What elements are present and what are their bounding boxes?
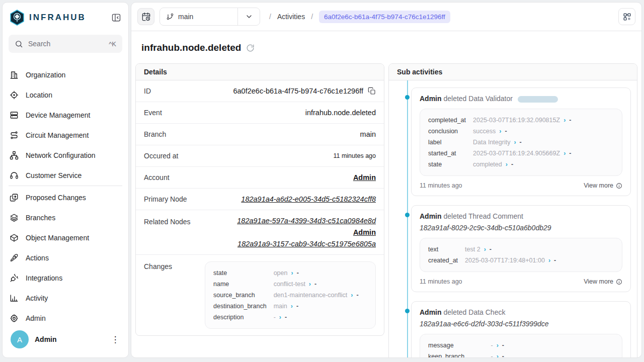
attributes-box: message-›- keep_branch-›- enriched_confl…: [420, 334, 622, 358]
diff-arrow-icon: ›: [506, 161, 508, 168]
server-icon: [10, 111, 19, 120]
diff-arrow-icon: ›: [564, 117, 566, 124]
sidebar-item-label: Actions: [26, 254, 49, 262]
breadcrumb-activities[interactable]: Activities: [277, 13, 305, 21]
skeleton-pill: [518, 96, 558, 103]
search-input[interactable]: Search ^K: [9, 35, 122, 53]
sidebar-item-admin[interactable]: Admin: [3, 308, 128, 328]
activity-id-value: 6a0f2e6c-b61a-4f75-b974-c76c1e1296ff: [233, 87, 363, 95]
sub-activity-card: Admin deleted Thread Comment 182a91af-80…: [411, 205, 631, 292]
diff-arrow-icon: ›: [564, 150, 566, 157]
timeline-line: [407, 80, 408, 358]
sub-activity-card: Admin deleted Data Check 182a91aa-e6c6-d…: [411, 301, 631, 358]
timestamp: 11 minutes ago: [420, 182, 462, 189]
detail-row-id: ID 6a0f2e6c-b61a-4f75-b974-c76c1e1296ff: [136, 80, 384, 102]
sidebar: INFRAHUB Search ^K Organization Location: [2, 2, 129, 358]
sidebar-item-label: Admin: [26, 314, 46, 322]
breadcrumb-separator: /: [311, 13, 313, 21]
sub-activity-item: Admin deleted Data Check 182a91aa-e6c6-d…: [411, 301, 631, 358]
page-header: infrahub.node.deleted: [131, 31, 641, 63]
user-name: Admin: [35, 335, 104, 343]
refresh-icon[interactable]: [246, 44, 255, 52]
node-id: 182a91aa-e6c6-d2fd-303d-c511f3999dce: [420, 320, 622, 328]
kebab-menu-icon[interactable]: ⋮: [110, 334, 120, 345]
main-area: main / Activities / 6a0f2e6c-b61a-4f75-b…: [131, 2, 642, 358]
sidebar-item-object-management[interactable]: Object Management: [3, 228, 128, 248]
sidebar-item-branches[interactable]: Branches: [3, 208, 128, 228]
sidebar-item-label: Branches: [26, 214, 55, 222]
breadcrumb: / Activities / 6a0f2e6c-b61a-4f75-b974-c…: [269, 11, 450, 23]
git-branch-icon: [166, 13, 174, 21]
search-shortcut: ^K: [109, 40, 116, 48]
sidebar-item-device-management[interactable]: Device Management: [3, 105, 128, 125]
details-panel: Details ID 6a0f2e6c-b61a-4f75-b974-c76c1…: [135, 63, 384, 336]
search-icon: [15, 40, 23, 48]
actor-name: Admin: [420, 212, 442, 220]
sub-activity-card: Admin deleted Data Validator completed_a…: [411, 87, 631, 196]
brand: INFRAHUB: [3, 3, 128, 31]
sidebar-item-location[interactable]: Location: [3, 85, 128, 105]
sidebar-collapse-icon[interactable]: [110, 12, 122, 24]
timestamp: 11 minutes ago: [420, 278, 462, 285]
breadcrumb-separator: /: [269, 13, 271, 21]
action-text: deleted Data Validator: [443, 95, 513, 103]
graph-nodes-icon: [622, 12, 632, 22]
network-icon: [10, 151, 19, 160]
sidebar-divider: [9, 186, 122, 186]
related-node-link[interactable]: 182a91a9-3157-cab9-34dc-c51975e6805a: [237, 240, 376, 248]
change-entry: description -›-: [213, 312, 359, 323]
actor-name: Admin: [420, 308, 442, 316]
sidebar-item-label: Circuit Management: [26, 131, 89, 139]
detail-row-occured-at: Occured at 11 minutes ago: [136, 145, 384, 167]
sidebar-item-integrations[interactable]: Integrations: [3, 268, 128, 288]
info-icon: [616, 279, 622, 285]
diff-arrow-icon: ›: [279, 314, 281, 321]
action-text: deleted Thread Comment: [443, 212, 523, 220]
details-header: Details: [136, 64, 384, 80]
copy-icon[interactable]: [368, 87, 376, 95]
action-text: deleted Data Check: [443, 308, 505, 316]
timeline-dot: [405, 95, 410, 100]
breadcrumb-activity-id[interactable]: 6a0f2e6c-b61a-4f75-b974-c76c1e1296ff: [319, 11, 450, 23]
sidebar-item-label: Organization: [26, 71, 65, 79]
schema-visualizer-button[interactable]: [618, 8, 635, 25]
detail-row-account: Account Admin: [136, 167, 384, 189]
sidebar-item-network-configuration[interactable]: Network Configuration: [3, 145, 128, 165]
timeline-dot: [405, 309, 410, 313]
calendar-clock-icon: [141, 12, 151, 22]
detail-row-related-nodes: Related Nodes 182a91ae-597a-4399-34d3-c5…: [136, 210, 384, 255]
sub-activity-item: Admin deleted Thread Comment 182a91af-80…: [411, 205, 631, 292]
sidebar-item-organization[interactable]: Organization: [3, 65, 128, 85]
plug-icon: [10, 274, 19, 283]
layers-icon: [10, 213, 19, 222]
view-more-button[interactable]: View more: [584, 278, 622, 285]
sub-activities-panel: Sub activities Admin deleted Data Valida…: [388, 63, 637, 358]
related-node-link[interactable]: 182a91ae-597a-4399-34d3-c51ca0984e8d: [237, 217, 376, 225]
sidebar-item-proposed-changes[interactable]: Proposed Changes: [3, 188, 128, 208]
page-title: infrahub.node.deleted: [141, 42, 241, 53]
proposed-changes-icon: [10, 193, 19, 202]
related-node-link[interactable]: Admin: [353, 228, 376, 236]
sidebar-item-circuit-management[interactable]: Circuit Management: [3, 125, 128, 145]
time-travel-button[interactable]: [137, 8, 154, 25]
user-menu[interactable]: A Admin ⋮: [3, 326, 128, 352]
sidebar-item-customer-service[interactable]: Customer Service: [3, 165, 128, 184]
sidebar-item-actions[interactable]: Actions: [3, 248, 128, 268]
sidebar-item-activity[interactable]: Activity: [3, 288, 128, 308]
branch-selector[interactable]: main: [159, 8, 260, 26]
headset-icon: [10, 171, 19, 180]
account-link[interactable]: Admin: [353, 173, 376, 182]
infrahub-logo-icon: [10, 10, 25, 26]
info-icon: [616, 183, 622, 189]
diff-arrow-icon: ›: [548, 257, 550, 264]
sidebar-nav: Organization Location Device Management …: [3, 53, 128, 328]
diff-arrow-icon: ›: [291, 303, 293, 310]
location-icon: [10, 90, 19, 100]
primary-node-link[interactable]: 182a91a4-a6d2-e005-34d5-c5182324cff8: [241, 195, 376, 203]
view-more-button[interactable]: View more: [584, 182, 622, 189]
detail-row-primary-node: Primary Node 182a91a4-a6d2-e005-34d5-c51…: [136, 189, 384, 210]
diff-arrow-icon: ›: [291, 269, 293, 277]
attributes-box: completed_at2025-03-07T16:19:32.090815Z›…: [420, 109, 622, 176]
diff-arrow-icon: ›: [499, 128, 501, 135]
sub-activity-item: Admin deleted Data Validator completed_a…: [411, 87, 631, 196]
